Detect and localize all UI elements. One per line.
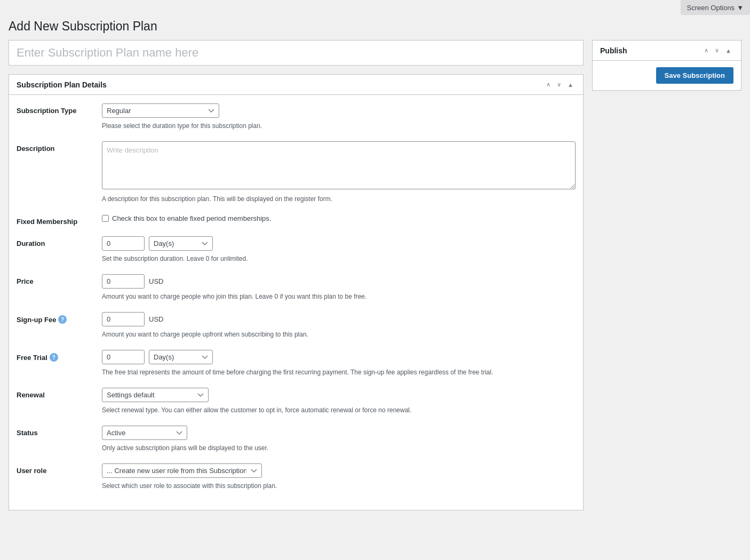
signup-fee-label: Sign-up Fee ? [17, 312, 102, 324]
publish-collapse-down-button[interactable]: ∨ [713, 46, 721, 55]
price-hint: Amount you want to charge people who joi… [102, 292, 576, 301]
signup-fee-value-input[interactable] [102, 312, 145, 326]
price-label: Price [17, 274, 102, 285]
publish-header-controls: ∧ ∨ ▲ [702, 46, 733, 55]
publish-collapse-up-button[interactable]: ∧ [702, 46, 711, 55]
user-role-field: ... Create new user role from this Subsc… [102, 463, 576, 491]
screen-options-button[interactable]: Screen Options ▼ [681, 0, 750, 15]
publish-header: Publish ∧ ∨ ▲ [593, 41, 741, 61]
signup-fee-row: Sign-up Fee ? USD Amount you want to cha… [17, 312, 576, 339]
price-row: Price USD Amount you want to charge peop… [17, 274, 576, 301]
fixed-membership-checkbox-label[interactable]: Check this box to enable fixed period me… [102, 214, 576, 222]
duration-value-input[interactable] [102, 236, 145, 251]
fixed-membership-label: Fixed Membership [17, 214, 102, 226]
screen-options-chevron-icon: ▼ [737, 4, 744, 12]
screen-options-label: Screen Options [687, 4, 735, 12]
duration-row: Duration Day(s) Week(s) Month(s) Year(s)… [17, 236, 576, 263]
description-label: Description [17, 141, 102, 153]
publish-title: Publish [600, 46, 627, 55]
status-label: Status [17, 426, 102, 437]
status-field: Active Inactive Only active subscription… [102, 426, 576, 453]
duration-field: Day(s) Week(s) Month(s) Year(s) Set the … [102, 236, 576, 263]
user-role-label: User role [17, 463, 102, 475]
metabox-toggle-button[interactable]: ▲ [565, 80, 576, 89]
description-field: A description for this subscription plan… [102, 141, 576, 204]
free-trial-hint: The free trial represents the amount of … [102, 367, 576, 377]
metabox-collapse-up-button[interactable]: ∧ [544, 80, 553, 89]
status-row: Status Active Inactive Only active subsc… [17, 426, 576, 453]
page-title: Add New Subscription Plan [9, 19, 741, 34]
plan-title-input[interactable] [9, 40, 584, 66]
description-textarea[interactable] [102, 141, 576, 189]
renewal-select[interactable]: Settings default Allow customer to opt i… [102, 388, 209, 402]
main-layout: Subscription Plan Details ∧ ∨ ▲ Subscrip… [0, 40, 750, 527]
duration-label: Duration [17, 236, 102, 247]
price-field: USD Amount you want to charge people who… [102, 274, 576, 301]
metabox-controls: ∧ ∨ ▲ [544, 80, 576, 89]
signup-fee-field: USD Amount you want to charge people upf… [102, 312, 576, 339]
free-trial-inputs: Day(s) Week(s) Month(s) Year(s) [102, 350, 576, 364]
subscription-type-select[interactable]: Regular One-Time [102, 103, 219, 118]
fixed-membership-field: Check this box to enable fixed period me… [102, 214, 576, 222]
duration-unit-select[interactable]: Day(s) Week(s) Month(s) Year(s) [149, 236, 213, 251]
renewal-label: Renewal [17, 388, 102, 399]
free-trial-help-icon[interactable]: ? [50, 353, 58, 362]
subscription-type-row: Subscription Type Regular One-Time Pleas… [17, 103, 576, 131]
fixed-membership-row: Fixed Membership Check this box to enabl… [17, 214, 576, 226]
save-subscription-button[interactable]: Save Subscription [656, 67, 733, 84]
renewal-hint: Select renewal type. You can either allo… [102, 405, 576, 415]
subscription-plan-details-metabox: Subscription Plan Details ∧ ∨ ▲ Subscrip… [9, 74, 584, 510]
price-currency: USD [149, 277, 163, 285]
sidebar: Publish ∧ ∨ ▲ Save Subscription [592, 40, 741, 519]
price-value-input[interactable] [102, 274, 145, 289]
free-trial-unit-select[interactable]: Day(s) Week(s) Month(s) Year(s) [149, 350, 213, 364]
screen-options-bar: Screen Options ▼ [0, 0, 750, 15]
duration-hint: Set the subscription duration. Leave 0 f… [102, 254, 576, 263]
signup-fee-help-icon[interactable]: ? [58, 315, 67, 324]
publish-body: Save Subscription [593, 61, 741, 90]
fixed-membership-checkbox-text: Check this box to enable fixed period me… [112, 214, 271, 222]
free-trial-label: Free Trial ? [17, 350, 102, 362]
metabox-header: Subscription Plan Details ∧ ∨ ▲ [9, 75, 583, 95]
renewal-row: Renewal Settings default Allow customer … [17, 388, 576, 415]
free-trial-label-text: Free Trial [17, 354, 47, 362]
price-inputs: USD [102, 274, 576, 289]
metabox-body: Subscription Type Regular One-Time Pleas… [9, 95, 583, 510]
free-trial-row: Free Trial ? Day(s) Week(s) Month(s) Yea… [17, 350, 576, 377]
free-trial-field: Day(s) Week(s) Month(s) Year(s) The free… [102, 350, 576, 377]
subscription-type-field: Regular One-Time Please select the durat… [102, 103, 576, 131]
free-trial-value-input[interactable] [102, 350, 145, 364]
description-hint: A description for this subscription plan… [102, 194, 576, 204]
user-role-row: User role ... Create new user role from … [17, 463, 576, 491]
fixed-membership-checkbox[interactable] [102, 215, 109, 222]
duration-inputs: Day(s) Week(s) Month(s) Year(s) [102, 236, 576, 251]
user-role-hint: Select which user role to associate with… [102, 481, 576, 491]
content-area: Subscription Plan Details ∧ ∨ ▲ Subscrip… [9, 40, 584, 519]
metabox-collapse-down-button[interactable]: ∨ [555, 80, 563, 89]
status-select[interactable]: Active Inactive [102, 426, 187, 440]
renewal-field: Settings default Allow customer to opt i… [102, 388, 576, 415]
subscription-type-label: Subscription Type [17, 103, 102, 115]
publish-toggle-button[interactable]: ▲ [723, 46, 733, 55]
signup-fee-inputs: USD [102, 312, 576, 326]
signup-fee-currency: USD [149, 315, 163, 323]
status-hint: Only active subscription plans will be d… [102, 443, 576, 453]
subscription-type-hint: Please select the duration type for this… [102, 121, 576, 131]
description-row: Description A description for this subsc… [17, 141, 576, 204]
signup-fee-label-text: Sign-up Fee [17, 316, 56, 324]
signup-fee-hint: Amount you want to charge people upfront… [102, 330, 576, 339]
metabox-title: Subscription Plan Details [17, 81, 107, 89]
publish-box: Publish ∧ ∨ ▲ Save Subscription [592, 40, 741, 91]
user-role-select[interactable]: ... Create new user role from this Subsc… [102, 463, 262, 478]
